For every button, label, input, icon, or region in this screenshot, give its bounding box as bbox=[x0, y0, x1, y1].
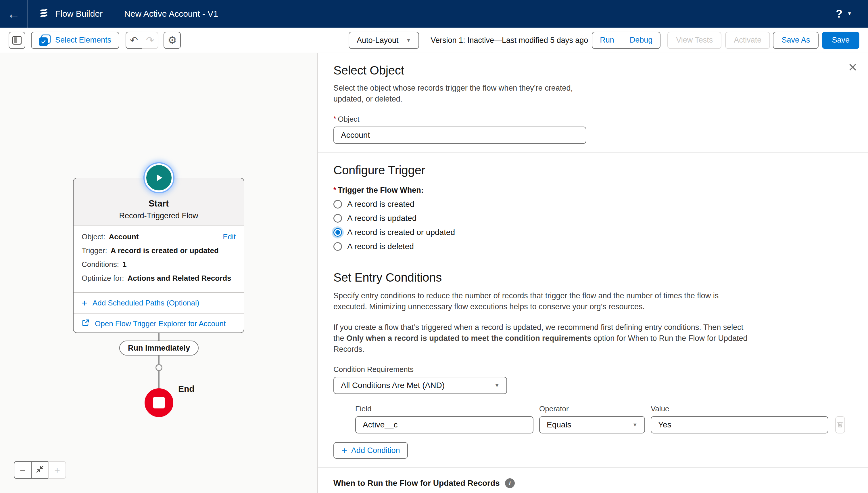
object-field-label: *Object bbox=[334, 115, 833, 124]
radio-record-created-or-updated[interactable]: A record is created or updated bbox=[334, 228, 833, 237]
value-label: Value bbox=[651, 404, 828, 413]
chevron-down-icon: ▼ bbox=[632, 422, 638, 428]
radio-icon bbox=[334, 200, 342, 209]
field-label: Field bbox=[355, 404, 533, 413]
redo-icon: ↷ bbox=[146, 35, 154, 46]
debug-button[interactable]: Debug bbox=[622, 31, 661, 49]
operator-value: Equals bbox=[547, 420, 571, 429]
object-label: Object: bbox=[82, 232, 105, 241]
activate-button[interactable]: Activate bbox=[725, 31, 770, 49]
entry-conditions-section: Set Entry Conditions Specify entry condi… bbox=[318, 260, 868, 467]
flow-canvas[interactable]: Start Record-Triggered Flow Object: Acco… bbox=[0, 53, 317, 493]
open-flow-trigger-explorer-label: Open Flow Trigger Explorer for Account bbox=[95, 319, 226, 328]
run-button[interactable]: Run bbox=[592, 31, 622, 49]
layout-mode-dropdown[interactable]: Auto-Layout ▼ bbox=[349, 31, 419, 49]
configure-trigger-section: Configure Trigger *Trigger the Flow When… bbox=[318, 152, 868, 260]
fit-view-icon bbox=[36, 465, 44, 476]
value-input[interactable] bbox=[651, 416, 828, 433]
plus-icon: + bbox=[82, 298, 87, 308]
radio-icon bbox=[334, 214, 342, 222]
add-scheduled-paths-label: Add Scheduled Paths (Optional) bbox=[93, 299, 199, 307]
entry-conditions-description: Specify entry conditions to reduce the n… bbox=[334, 290, 733, 312]
back-button[interactable]: ← bbox=[0, 0, 28, 28]
edit-link[interactable]: Edit bbox=[223, 232, 236, 241]
node-row-optimize: Optimize for: Actions and Related Record… bbox=[82, 274, 236, 283]
select-elements-icon bbox=[39, 35, 51, 46]
node-row-object: Object: Account Edit bbox=[82, 232, 236, 241]
add-condition-button[interactable]: + Add Condition bbox=[334, 442, 408, 459]
condition-row: Field Operator Equals ▼ Value bbox=[355, 404, 833, 433]
layout-mode-label: Auto-Layout bbox=[357, 36, 398, 45]
flow-title: New Active Account - V1 bbox=[113, 0, 229, 28]
select-elements-button[interactable]: Select Elements bbox=[31, 31, 119, 49]
conditions-label: Conditions: bbox=[82, 260, 119, 269]
select-object-section: Select Object Select the object whose re… bbox=[318, 53, 868, 152]
select-object-description: Select the object whose records trigger … bbox=[334, 83, 575, 104]
close-panel-button[interactable]: × bbox=[848, 60, 857, 74]
version-status: Version 1: Inactive—Last modified 5 days… bbox=[431, 36, 588, 45]
run-immediately-badge: Run Immediately bbox=[119, 341, 199, 356]
start-node-title: Start bbox=[149, 198, 169, 209]
start-node-card[interactable]: Start Record-Triggered Flow Object: Acco… bbox=[73, 178, 244, 333]
undo-button[interactable]: ↶ bbox=[125, 31, 142, 49]
header: ← Flow Builder New Active Account - V1 ?… bbox=[0, 0, 868, 28]
select-object-title: Select Object bbox=[334, 64, 833, 78]
view-tests-button[interactable]: View Tests bbox=[667, 31, 722, 49]
end-node[interactable] bbox=[144, 388, 173, 417]
operator-label: Operator bbox=[539, 404, 645, 413]
radio-icon bbox=[334, 242, 342, 251]
when-to-run-title: When to Run the Flow for Updated Records bbox=[334, 479, 500, 488]
delete-condition-button[interactable] bbox=[835, 416, 845, 433]
zoom-in-button[interactable]: + bbox=[48, 461, 66, 479]
save-as-button[interactable]: Save As bbox=[773, 31, 819, 49]
open-flow-trigger-explorer-link[interactable]: Open Flow Trigger Explorer for Account bbox=[74, 313, 244, 333]
close-icon: × bbox=[848, 59, 857, 76]
trigger-value: A record is created or updated bbox=[111, 246, 219, 255]
chevron-down-icon: ▼ bbox=[406, 37, 411, 43]
connector-line bbox=[158, 333, 160, 341]
object-value: Account bbox=[109, 232, 139, 241]
radio-record-deleted[interactable]: A record is deleted bbox=[334, 242, 833, 251]
object-input[interactable] bbox=[334, 127, 586, 144]
radio-record-updated[interactable]: A record is updated bbox=[334, 214, 833, 223]
radio-record-created[interactable]: A record is created bbox=[334, 200, 833, 209]
field-input[interactable] bbox=[355, 416, 533, 433]
condition-requirements-value: All Conditions Are Met (AND) bbox=[341, 381, 444, 390]
operator-select[interactable]: Equals ▼ bbox=[539, 416, 645, 433]
zoom-controls: − + bbox=[14, 461, 66, 479]
plus-icon: + bbox=[341, 446, 347, 455]
gear-icon: ⚙ bbox=[167, 34, 177, 46]
start-config-panel: × Select Object Select the object whose … bbox=[317, 53, 868, 493]
trigger-when-label: *Trigger the Flow When: bbox=[334, 186, 833, 195]
info-icon[interactable]: i bbox=[505, 478, 515, 488]
node-row-trigger: Trigger: A record is created or updated bbox=[82, 246, 236, 255]
minus-icon: − bbox=[20, 465, 26, 476]
required-asterisk: * bbox=[334, 115, 336, 123]
toolbox-toggle-button[interactable] bbox=[8, 31, 25, 49]
condition-requirements-select[interactable]: All Conditions Are Met (AND) ▼ bbox=[334, 377, 507, 394]
zoom-out-button[interactable]: − bbox=[14, 461, 31, 479]
flow-settings-button[interactable]: ⚙ bbox=[163, 31, 181, 49]
start-node-type: Record-Triggered Flow bbox=[119, 211, 198, 220]
node-row-conditions: Conditions: 1 bbox=[82, 260, 236, 269]
configure-trigger-title: Configure Trigger bbox=[334, 164, 833, 177]
add-scheduled-paths-link[interactable]: + Add Scheduled Paths (Optional) bbox=[74, 292, 244, 313]
when-to-run-section: When to Run the Flow for Updated Records… bbox=[318, 467, 868, 493]
help-button[interactable]: ? ▼ bbox=[836, 8, 852, 20]
start-node-icon[interactable] bbox=[144, 164, 173, 192]
plus-icon: + bbox=[54, 465, 60, 476]
zoom-to-fit-button[interactable] bbox=[31, 461, 49, 479]
save-button[interactable]: Save bbox=[822, 31, 860, 49]
condition-requirements-label: Condition Requirements bbox=[334, 365, 833, 374]
select-elements-label: Select Elements bbox=[55, 36, 111, 45]
redo-button[interactable]: ↷ bbox=[142, 31, 158, 49]
back-arrow-icon: ← bbox=[7, 7, 20, 21]
app-title: Flow Builder bbox=[55, 9, 102, 19]
add-condition-label: Add Condition bbox=[351, 446, 400, 455]
panel-toggle-icon bbox=[13, 36, 22, 45]
entry-conditions-recommendation: If you create a flow that’s triggered wh… bbox=[334, 322, 753, 355]
toolbar: Select Elements ↶ ↷ ⚙ Auto-Layout ▼ Vers… bbox=[0, 28, 868, 53]
help-icon: ? bbox=[836, 8, 842, 20]
play-icon bbox=[152, 171, 165, 185]
add-element-button[interactable] bbox=[156, 364, 162, 371]
